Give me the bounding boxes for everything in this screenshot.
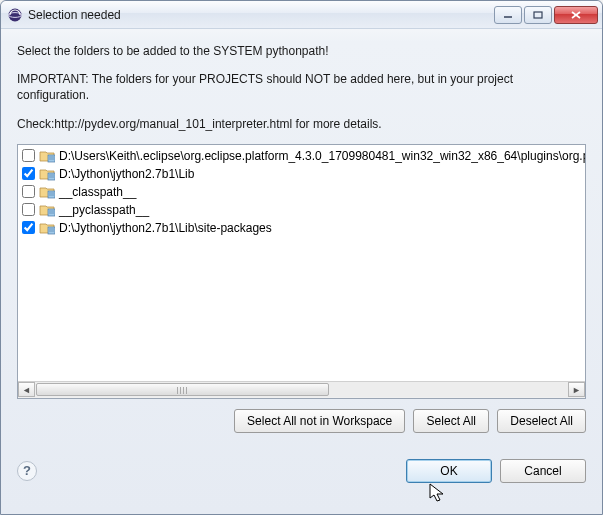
maximize-button[interactable] — [524, 6, 552, 24]
list-item-label: D:\Jython\jython2.7b1\Lib — [59, 167, 194, 181]
scroll-left-button[interactable]: ◄ — [18, 382, 35, 397]
list-item-checkbox[interactable] — [22, 167, 35, 180]
svg-rect-15 — [48, 209, 55, 216]
instruction-text-2: IMPORTANT: The folders for your PROJECTS… — [17, 71, 586, 103]
minimize-button[interactable] — [494, 6, 522, 24]
titlebar[interactable]: Selection needed — [1, 1, 602, 29]
deselect-all-button[interactable]: Deselect All — [497, 409, 586, 433]
folder-icon — [39, 148, 55, 164]
scroll-right-button[interactable]: ► — [568, 382, 585, 397]
folder-icon — [39, 202, 55, 218]
window-controls — [494, 6, 598, 24]
ok-button[interactable]: OK — [406, 459, 492, 483]
svg-rect-9 — [48, 173, 55, 180]
svg-rect-3 — [534, 12, 542, 18]
list-item-checkbox[interactable] — [22, 185, 35, 198]
folder-icon — [39, 184, 55, 200]
window-title: Selection needed — [28, 8, 494, 22]
svg-rect-6 — [48, 155, 55, 162]
list-item-checkbox[interactable] — [22, 221, 35, 234]
list-item[interactable]: D:\Users\Keith\.eclipse\org.eclipse.plat… — [18, 147, 585, 165]
svg-rect-12 — [48, 191, 55, 198]
list-item[interactable]: __pyclasspath__ — [18, 201, 585, 219]
list-item[interactable]: D:\Jython\jython2.7b1\Lib\site-packages — [18, 219, 585, 237]
eclipse-icon — [7, 7, 23, 23]
scroll-track[interactable] — [35, 382, 568, 397]
list-item-label: __classpath__ — [59, 185, 136, 199]
cancel-button[interactable]: Cancel — [500, 459, 586, 483]
close-button[interactable] — [554, 6, 598, 24]
instruction-text-1: Select the folders to be added to the SY… — [17, 43, 586, 59]
instruction-text-3: Check:http://pydev.org/manual_101_interp… — [17, 116, 586, 132]
list-item-label: D:\Jython\jython2.7b1\Lib\site-packages — [59, 221, 272, 235]
folder-icon — [39, 166, 55, 182]
list-item[interactable]: __classpath__ — [18, 183, 585, 201]
selection-button-row: Select All not in Workspace Select All D… — [17, 409, 586, 433]
select-all-not-in-workspace-button[interactable]: Select All not in Workspace — [234, 409, 405, 433]
help-icon[interactable]: ? — [17, 461, 37, 481]
list-item-label: D:\Users\Keith\.eclipse\org.eclipse.plat… — [59, 149, 585, 163]
list-item[interactable]: D:\Jython\jython2.7b1\Lib — [18, 165, 585, 183]
list-item-label: __pyclasspath__ — [59, 203, 149, 217]
dialog-button-row: ? OK Cancel — [17, 459, 586, 483]
folder-icon — [39, 220, 55, 236]
select-all-button[interactable]: Select All — [413, 409, 489, 433]
horizontal-scrollbar[interactable]: ◄ ► — [18, 381, 585, 398]
scroll-thumb[interactable] — [36, 383, 329, 396]
list-item-checkbox[interactable] — [22, 203, 35, 216]
dialog-window: Selection needed Select the folders to b… — [0, 0, 603, 515]
folder-list: D:\Users\Keith\.eclipse\org.eclipse.plat… — [17, 144, 586, 399]
list-item-checkbox[interactable] — [22, 149, 35, 162]
dialog-content: Select the folders to be added to the SY… — [1, 29, 602, 493]
svg-rect-18 — [48, 227, 55, 234]
